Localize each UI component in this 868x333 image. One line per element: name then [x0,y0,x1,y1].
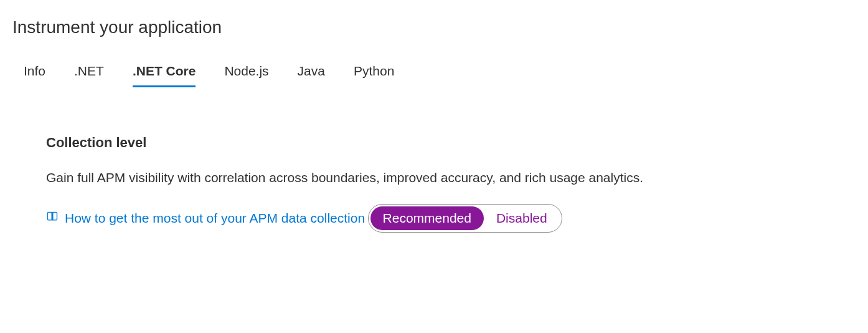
tab-nodejs[interactable]: Node.js [224,60,268,87]
toggle-option-disabled[interactable]: Disabled [484,206,560,229]
collection-level-section: Collection level Gain full APM visibilit… [12,135,834,253]
book-icon [46,210,59,226]
tab-dotnet[interactable]: .NET [74,60,104,87]
tab-info[interactable]: Info [24,60,45,87]
section-heading: Collection level [46,135,834,151]
page-title: Instrument your application [12,17,856,37]
doc-link[interactable]: How to get the most out of your APM data… [46,210,365,226]
doc-link-label: How to get the most out of your APM data… [65,211,365,226]
tab-python[interactable]: Python [354,60,394,87]
tab-java[interactable]: Java [298,60,325,87]
tab-dotnet-core[interactable]: .NET Core [133,60,196,87]
toggle-option-recommended[interactable]: Recommended [370,206,484,229]
tablist: Info .NET .NET Core Node.js Java Python [12,60,856,87]
collection-level-toggle: Recommended Disabled [368,204,562,232]
section-description: Gain full APM visibility with correlatio… [46,168,834,186]
